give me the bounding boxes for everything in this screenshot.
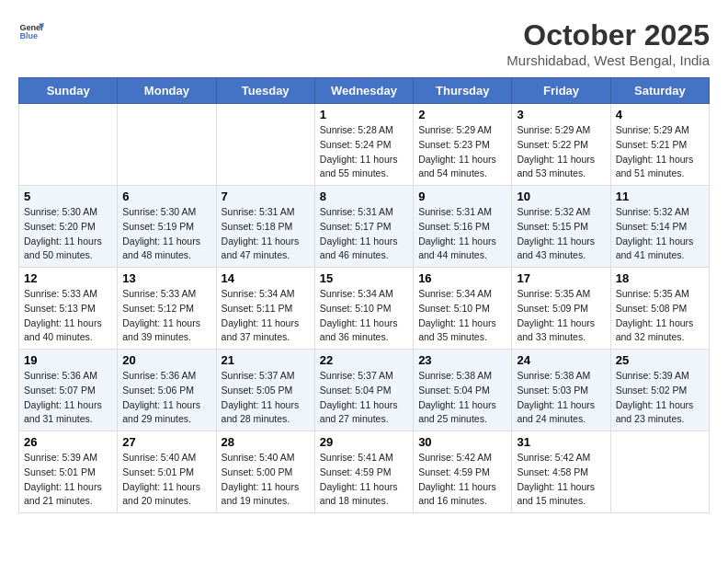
day-number: 22 <box>320 353 408 367</box>
day-number: 17 <box>517 271 605 285</box>
day-of-week-header: Saturday <box>610 78 709 104</box>
day-of-week-header: Thursday <box>414 78 512 104</box>
day-number: 12 <box>24 271 112 285</box>
day-info: Sunrise: 5:32 AMSunset: 5:15 PMDaylight:… <box>517 205 605 263</box>
calendar-cell <box>216 104 314 186</box>
day-number: 30 <box>418 435 506 449</box>
day-number: 7 <box>222 190 310 203</box>
calendar-cell: 21Sunrise: 5:37 AMSunset: 5:05 PMDayligh… <box>216 350 314 431</box>
day-number: 28 <box>222 435 310 449</box>
calendar-table: SundayMondayTuesdayWednesdayThursdayFrid… <box>18 77 710 513</box>
day-number: 6 <box>122 190 210 203</box>
calendar-cell: 26Sunrise: 5:39 AMSunset: 5:01 PMDayligh… <box>19 431 118 513</box>
day-info: Sunrise: 5:32 AMSunset: 5:14 PMDaylight:… <box>616 205 704 263</box>
calendar-week-row: 19Sunrise: 5:36 AMSunset: 5:07 PMDayligh… <box>19 350 710 431</box>
day-info: Sunrise: 5:35 AMSunset: 5:09 PMDaylight:… <box>517 287 605 345</box>
calendar-week-row: 12Sunrise: 5:33 AMSunset: 5:13 PMDayligh… <box>19 268 710 350</box>
day-of-week-header: Friday <box>512 78 610 104</box>
calendar-cell: 7Sunrise: 5:31 AMSunset: 5:18 PMDaylight… <box>216 186 314 268</box>
calendar-cell <box>19 104 118 186</box>
day-info: Sunrise: 5:29 AMSunset: 5:22 PMDaylight:… <box>517 123 605 181</box>
day-info: Sunrise: 5:42 AMSunset: 4:58 PMDaylight:… <box>517 451 605 509</box>
calendar-cell: 8Sunrise: 5:31 AMSunset: 5:17 PMDaylight… <box>314 186 413 268</box>
day-info: Sunrise: 5:34 AMSunset: 5:11 PMDaylight:… <box>222 287 310 345</box>
calendar-cell: 24Sunrise: 5:38 AMSunset: 5:03 PMDayligh… <box>512 350 610 431</box>
day-info: Sunrise: 5:41 AMSunset: 4:59 PMDaylight:… <box>320 451 408 509</box>
day-number: 16 <box>418 271 506 285</box>
day-number: 25 <box>616 353 704 367</box>
calendar-cell: 25Sunrise: 5:39 AMSunset: 5:02 PMDayligh… <box>610 350 709 431</box>
day-info: Sunrise: 5:29 AMSunset: 5:23 PMDaylight:… <box>418 123 506 181</box>
day-info: Sunrise: 5:33 AMSunset: 5:12 PMDaylight:… <box>122 287 210 345</box>
day-info: Sunrise: 5:40 AMSunset: 5:00 PMDaylight:… <box>222 451 310 509</box>
title-block: October 2025 Murshidabad, West Bengal, I… <box>506 18 710 68</box>
svg-text:Blue: Blue <box>19 31 38 40</box>
calendar-cell: 15Sunrise: 5:34 AMSunset: 5:10 PMDayligh… <box>314 268 413 350</box>
calendar-cell: 20Sunrise: 5:36 AMSunset: 5:06 PMDayligh… <box>118 350 216 431</box>
calendar-cell: 28Sunrise: 5:40 AMSunset: 5:00 PMDayligh… <box>216 431 314 513</box>
calendar-cell: 9Sunrise: 5:31 AMSunset: 5:16 PMDaylight… <box>414 186 512 268</box>
day-info: Sunrise: 5:33 AMSunset: 5:13 PMDaylight:… <box>24 287 112 345</box>
day-number: 15 <box>320 271 408 285</box>
calendar-week-row: 5Sunrise: 5:30 AMSunset: 5:20 PMDaylight… <box>19 186 710 268</box>
day-of-week-header: Tuesday <box>216 78 314 104</box>
day-number: 21 <box>222 353 310 367</box>
calendar-cell: 12Sunrise: 5:33 AMSunset: 5:13 PMDayligh… <box>19 268 118 350</box>
day-info: Sunrise: 5:40 AMSunset: 5:01 PMDaylight:… <box>122 451 210 509</box>
day-info: Sunrise: 5:37 AMSunset: 5:05 PMDaylight:… <box>222 369 310 427</box>
day-info: Sunrise: 5:34 AMSunset: 5:10 PMDaylight:… <box>320 287 408 345</box>
day-info: Sunrise: 5:30 AMSunset: 5:20 PMDaylight:… <box>24 205 112 263</box>
calendar-cell: 14Sunrise: 5:34 AMSunset: 5:11 PMDayligh… <box>216 268 314 350</box>
day-info: Sunrise: 5:29 AMSunset: 5:21 PMDaylight:… <box>616 123 704 181</box>
page-header: General Blue October 2025 Murshidabad, W… <box>18 18 710 68</box>
day-info: Sunrise: 5:42 AMSunset: 4:59 PMDaylight:… <box>418 451 506 509</box>
day-number: 1 <box>320 108 408 121</box>
location: Murshidabad, West Bengal, India <box>506 52 710 68</box>
day-info: Sunrise: 5:36 AMSunset: 5:07 PMDaylight:… <box>24 369 112 427</box>
calendar-cell: 3Sunrise: 5:29 AMSunset: 5:22 PMDaylight… <box>512 104 610 186</box>
day-info: Sunrise: 5:31 AMSunset: 5:16 PMDaylight:… <box>418 205 506 263</box>
day-info: Sunrise: 5:30 AMSunset: 5:19 PMDaylight:… <box>122 205 210 263</box>
calendar-cell: 1Sunrise: 5:28 AMSunset: 5:24 PMDaylight… <box>314 104 413 186</box>
day-number: 14 <box>222 271 310 285</box>
day-number: 2 <box>418 108 506 121</box>
day-number: 9 <box>418 190 506 203</box>
calendar-cell: 18Sunrise: 5:35 AMSunset: 5:08 PMDayligh… <box>610 268 709 350</box>
day-number: 27 <box>122 435 210 449</box>
day-info: Sunrise: 5:39 AMSunset: 5:01 PMDaylight:… <box>24 451 112 509</box>
day-number: 24 <box>517 353 605 367</box>
day-number: 13 <box>122 271 210 285</box>
calendar-cell: 27Sunrise: 5:40 AMSunset: 5:01 PMDayligh… <box>118 431 216 513</box>
day-info: Sunrise: 5:38 AMSunset: 5:03 PMDaylight:… <box>517 369 605 427</box>
day-number: 19 <box>24 353 112 367</box>
calendar-week-row: 26Sunrise: 5:39 AMSunset: 5:01 PMDayligh… <box>19 431 710 513</box>
day-info: Sunrise: 5:31 AMSunset: 5:17 PMDaylight:… <box>320 205 408 263</box>
calendar-cell: 30Sunrise: 5:42 AMSunset: 4:59 PMDayligh… <box>414 431 512 513</box>
calendar-cell: 16Sunrise: 5:34 AMSunset: 5:10 PMDayligh… <box>414 268 512 350</box>
calendar-cell: 11Sunrise: 5:32 AMSunset: 5:14 PMDayligh… <box>610 186 709 268</box>
calendar-cell: 2Sunrise: 5:29 AMSunset: 5:23 PMDaylight… <box>414 104 512 186</box>
calendar-cell: 6Sunrise: 5:30 AMSunset: 5:19 PMDaylight… <box>118 186 216 268</box>
day-of-week-header: Sunday <box>19 78 118 104</box>
calendar-cell <box>118 104 216 186</box>
calendar-cell: 13Sunrise: 5:33 AMSunset: 5:12 PMDayligh… <box>118 268 216 350</box>
day-number: 11 <box>616 190 704 203</box>
day-of-week-header: Wednesday <box>314 78 413 104</box>
calendar-cell: 29Sunrise: 5:41 AMSunset: 4:59 PMDayligh… <box>314 431 413 513</box>
calendar-header-row: SundayMondayTuesdayWednesdayThursdayFrid… <box>19 78 710 104</box>
day-info: Sunrise: 5:28 AMSunset: 5:24 PMDaylight:… <box>320 123 408 181</box>
logo-icon: General Blue <box>18 18 44 44</box>
day-number: 10 <box>517 190 605 203</box>
day-info: Sunrise: 5:36 AMSunset: 5:06 PMDaylight:… <box>122 369 210 427</box>
calendar-cell: 10Sunrise: 5:32 AMSunset: 5:15 PMDayligh… <box>512 186 610 268</box>
day-number: 26 <box>24 435 112 449</box>
day-info: Sunrise: 5:35 AMSunset: 5:08 PMDaylight:… <box>616 287 704 345</box>
day-info: Sunrise: 5:34 AMSunset: 5:10 PMDaylight:… <box>418 287 506 345</box>
day-of-week-header: Monday <box>118 78 216 104</box>
day-number: 23 <box>418 353 506 367</box>
calendar-cell: 31Sunrise: 5:42 AMSunset: 4:58 PMDayligh… <box>512 431 610 513</box>
calendar-cell: 23Sunrise: 5:38 AMSunset: 5:04 PMDayligh… <box>414 350 512 431</box>
day-number: 18 <box>616 271 704 285</box>
day-info: Sunrise: 5:38 AMSunset: 5:04 PMDaylight:… <box>418 369 506 427</box>
calendar-cell <box>610 431 709 513</box>
